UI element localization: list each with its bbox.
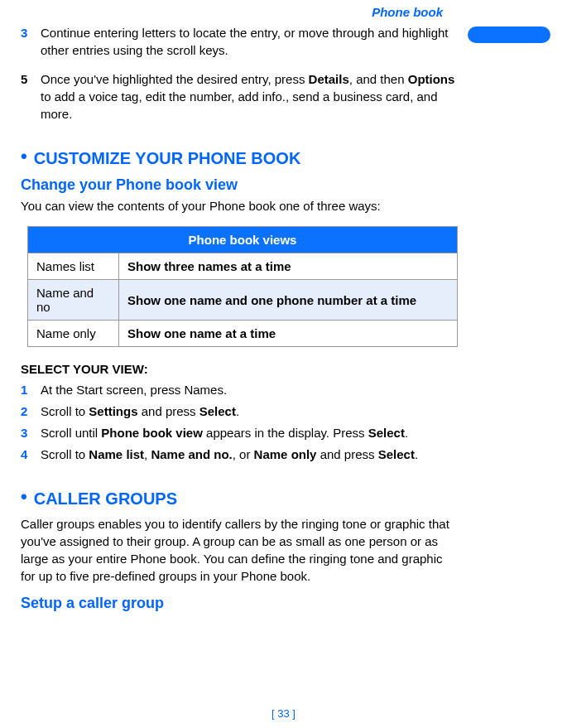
step-number: 2	[21, 403, 41, 420]
step-text: Continue entering letters to locate the …	[41, 24, 459, 59]
step-number: 1	[21, 381, 41, 398]
sub-setup-caller-group: Setup a caller group	[21, 595, 459, 612]
table-header: Phone book views	[28, 227, 458, 253]
page-number: [ 33 ]	[0, 707, 567, 720]
step-text: At the Start screen, press Names.	[41, 381, 459, 398]
table-row: Name and no Show one name and one phone …	[28, 280, 458, 321]
step-number: 5	[21, 70, 41, 123]
list-item: 1 At the Start screen, press Names.	[21, 381, 459, 398]
step-number: 4	[21, 446, 41, 463]
side-tab-marker	[468, 27, 550, 43]
table-cell-label: Name only	[28, 321, 119, 347]
table-cell-desc: Show three names at a time	[119, 253, 458, 280]
step-3: 3 Continue entering letters to locate th…	[21, 24, 459, 59]
table-header-row: Phone book views	[28, 227, 458, 253]
table-row: Names list Show three names at a time	[28, 253, 458, 280]
page-header: Phone book	[17, 0, 546, 24]
page-content: 3 Continue entering letters to locate th…	[21, 24, 459, 612]
step-text: Scroll until Phone book view appears in …	[41, 424, 459, 441]
table-cell-label: Names list	[28, 253, 119, 280]
step-number: 3	[21, 24, 41, 59]
section-title: CUSTOMIZE YOUR PHONE BOOK	[34, 149, 301, 167]
step-text: Scroll to Settings and press Select.	[41, 403, 459, 420]
table-cell-desc: Show one name at a time	[119, 321, 458, 347]
step-text: Scroll to Name list, Name and no., or Na…	[41, 446, 459, 463]
bullet-icon: •	[21, 486, 27, 507]
phone-book-views-table: Phone book views Names list Show three n…	[27, 226, 458, 347]
section-customize-heading: •CUSTOMIZE YOUR PHONE BOOK	[21, 146, 459, 168]
select-view-steps: 1 At the Start screen, press Names. 2 Sc…	[21, 381, 459, 463]
section-caller-groups-heading: •CALLER GROUPS	[21, 486, 459, 509]
step-number: 3	[21, 424, 41, 441]
list-item: 3 Scroll until Phone book view appears i…	[21, 424, 459, 441]
table-row: Name only Show one name at a time	[28, 321, 458, 347]
sub-change-view: Change your Phone book view	[21, 176, 459, 194]
table-cell-label: Name and no	[28, 280, 119, 321]
table-cell-desc: Show one name and one phone number at a …	[119, 280, 458, 321]
section-title: CALLER GROUPS	[34, 489, 177, 508]
select-view-heading: SELECT YOUR VIEW:	[21, 362, 459, 376]
list-item: 2 Scroll to Settings and press Select.	[21, 403, 459, 420]
intro-text: You can view the contents of your Phone …	[21, 197, 459, 215]
step-text: Once you've highlighted the desired entr…	[41, 70, 459, 123]
step-5: 5 Once you've highlighted the desired en…	[21, 70, 459, 123]
bullet-icon: •	[21, 146, 27, 166]
caller-groups-text: Caller groups enables you to identify ca…	[21, 515, 459, 585]
list-item: 4 Scroll to Name list, Name and no., or …	[21, 446, 459, 463]
